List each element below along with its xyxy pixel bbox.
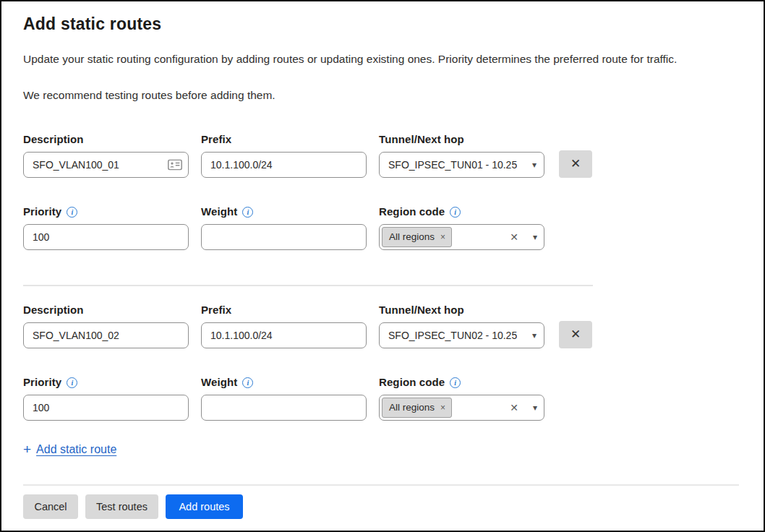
intro-text-1: Update your static routing configuration… bbox=[23, 52, 748, 67]
prefix-input-2[interactable] bbox=[201, 322, 367, 348]
description-field-2: Description bbox=[23, 304, 189, 348]
prefix-field-2: Prefix bbox=[201, 304, 367, 348]
tunnel-select-1[interactable]: SFO_IPSEC_TUN01 - 10.25... ▾ bbox=[379, 152, 544, 178]
chevron-down-icon: ▾ bbox=[529, 233, 537, 241]
description-label: Description bbox=[23, 133, 189, 145]
tunnel-label: Tunnel/Next hop bbox=[379, 133, 544, 145]
priority-field-2: Priorityi bbox=[23, 376, 189, 421]
route-block-1: Description bbox=[23, 133, 748, 250]
weight-label: Weighti bbox=[201, 376, 367, 388]
tunnel-select-value: SFO_IPSEC_TUN01 - 10.25... bbox=[388, 159, 517, 171]
chevron-down-icon: ▾ bbox=[529, 403, 537, 412]
add-static-route-label: Add static route bbox=[36, 443, 116, 456]
weight-field-1: Weighti bbox=[201, 205, 367, 250]
region-chip: All regions × bbox=[382, 398, 452, 418]
route-divider bbox=[23, 285, 593, 286]
info-icon[interactable]: i bbox=[242, 377, 253, 388]
region-label: Region codei bbox=[379, 376, 544, 388]
info-icon[interactable]: i bbox=[450, 377, 461, 388]
description-field-1: Description bbox=[23, 133, 189, 178]
info-icon[interactable]: i bbox=[242, 207, 253, 218]
add-routes-button[interactable]: Add routes bbox=[166, 494, 243, 519]
contact-card-icon bbox=[168, 159, 182, 170]
remove-route-button-2[interactable]: ✕ bbox=[559, 321, 592, 348]
close-icon: ✕ bbox=[570, 327, 581, 342]
weight-input-1[interactable] bbox=[201, 224, 367, 250]
chevron-down-icon: ▾ bbox=[528, 160, 537, 169]
prefix-label: Prefix bbox=[201, 304, 367, 316]
chip-remove-icon[interactable]: × bbox=[440, 403, 445, 413]
info-icon[interactable]: i bbox=[67, 377, 77, 388]
dialog-frame: Add static routes Update your static rou… bbox=[0, 0, 765, 532]
clear-selection-icon[interactable]: ✕ bbox=[510, 402, 518, 413]
plus-icon: + bbox=[23, 442, 31, 458]
region-label: Region codei bbox=[379, 205, 544, 218]
weight-field-2: Weighti bbox=[201, 376, 367, 421]
prefix-input-1[interactable] bbox=[201, 152, 367, 178]
region-chip-label: All regions bbox=[389, 402, 435, 413]
region-multiselect-1[interactable]: All regions × ✕ ▾ bbox=[379, 224, 544, 250]
chip-remove-icon[interactable]: × bbox=[440, 232, 445, 242]
chevron-down-icon: ▾ bbox=[528, 331, 537, 340]
remove-route-button-1[interactable]: ✕ bbox=[559, 150, 592, 178]
info-icon[interactable]: i bbox=[450, 207, 461, 218]
info-icon[interactable]: i bbox=[67, 207, 77, 218]
intro-text-2: We recommend testing routes before addin… bbox=[23, 88, 748, 103]
weight-label: Weighti bbox=[201, 205, 367, 218]
route-block-2: Description Prefix Tunnel/Next hop SFO_I… bbox=[23, 304, 748, 421]
priority-input-1[interactable] bbox=[23, 224, 189, 250]
region-field-2: Region codei All regions × ✕ ▾ bbox=[379, 376, 544, 421]
close-icon: ✕ bbox=[570, 156, 581, 171]
region-multiselect-2[interactable]: All regions × ✕ ▾ bbox=[379, 395, 544, 421]
page-title: Add static routes bbox=[23, 14, 748, 34]
region-field-1: Region codei All regions × ✕ ▾ bbox=[379, 205, 544, 250]
tunnel-select-2[interactable]: SFO_IPSEC_TUN02 - 10.25... ▾ bbox=[379, 322, 544, 348]
tunnel-label: Tunnel/Next hop bbox=[379, 304, 544, 316]
tunnel-field-2: Tunnel/Next hop SFO_IPSEC_TUN02 - 10.25.… bbox=[379, 304, 544, 348]
priority-label: Priorityi bbox=[23, 205, 189, 218]
prefix-label: Prefix bbox=[201, 133, 367, 145]
priority-input-2[interactable] bbox=[23, 395, 189, 421]
test-routes-button[interactable]: Test routes bbox=[85, 494, 158, 519]
cancel-button[interactable]: Cancel bbox=[23, 494, 78, 519]
tunnel-select-value: SFO_IPSEC_TUN02 - 10.25... bbox=[388, 330, 517, 341]
footer-actions: Cancel Test routes Add routes bbox=[23, 494, 748, 519]
clear-selection-icon[interactable]: ✕ bbox=[510, 231, 518, 243]
tunnel-field-1: Tunnel/Next hop SFO_IPSEC_TUN01 - 10.25.… bbox=[379, 133, 544, 178]
priority-label: Priorityi bbox=[23, 376, 189, 388]
weight-input-2[interactable] bbox=[201, 395, 367, 421]
priority-field-1: Priorityi bbox=[23, 205, 189, 250]
footer-divider bbox=[23, 484, 739, 486]
region-chip-label: All regions bbox=[389, 231, 435, 242]
description-input-2[interactable] bbox=[23, 322, 189, 348]
region-chip: All regions × bbox=[382, 227, 452, 247]
description-label: Description bbox=[23, 304, 189, 316]
prefix-field-1: Prefix bbox=[201, 133, 367, 178]
description-input-1[interactable] bbox=[23, 152, 189, 178]
add-static-route-link[interactable]: + Add static route bbox=[23, 442, 116, 458]
